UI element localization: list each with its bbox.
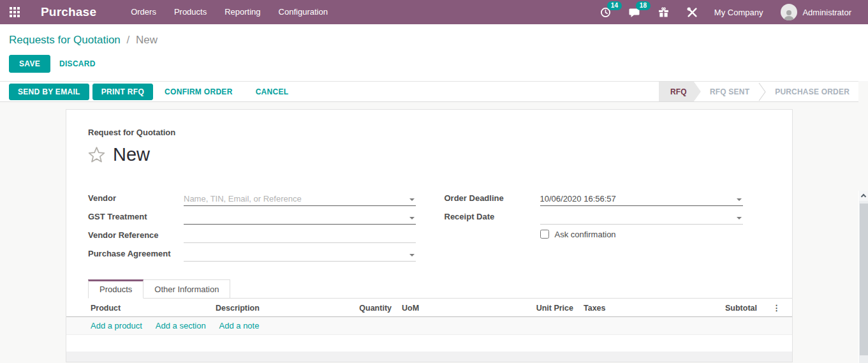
ask-confirmation-checkbox[interactable] [540, 230, 549, 239]
table-header-row: Product Description Quantity UoM Unit Pr… [66, 299, 793, 317]
messages-button[interactable]: 18 [629, 7, 640, 18]
vendor-label: Vendor [88, 193, 184, 206]
confirm-order-button[interactable]: CONFIRM ORDER [156, 84, 241, 100]
add-a-section-link[interactable]: Add a section [156, 321, 206, 330]
messages-count-badge: 18 [636, 1, 651, 10]
apps-grid-icon [10, 7, 20, 17]
app-title: Purchase [41, 5, 96, 19]
send-by-email-button[interactable]: SEND BY EMAIL [9, 84, 89, 100]
gst-treatment-input[interactable] [184, 211, 416, 224]
top-navbar: Purchase Orders Products Reporting Confi… [0, 0, 868, 24]
empty-line-row [66, 335, 792, 352]
gift-icon [658, 7, 669, 18]
discard-button[interactable]: DISCARD [50, 56, 105, 72]
column-unit-price[interactable]: Unit Price [513, 299, 576, 317]
user-menu[interactable]: Administrator [802, 8, 851, 17]
menu-products[interactable]: Products [165, 0, 216, 24]
activities-count-badge: 14 [607, 1, 622, 10]
stage-rfq-sent[interactable]: RFQ SENT [701, 82, 758, 101]
stage-chevron-icon [758, 82, 766, 101]
vertical-scrollbar[interactable] [858, 191, 868, 363]
purchase-agreement-input[interactable] [184, 248, 416, 261]
print-rfq-button[interactable]: PRINT RFQ [92, 84, 153, 100]
save-button[interactable]: SAVE [9, 55, 50, 73]
column-quantity[interactable]: Quantity [334, 299, 394, 317]
menu-configuration[interactable]: Configuration [270, 0, 337, 24]
activities-button[interactable]: 14 [600, 7, 611, 18]
ask-confirmation-label[interactable]: Ask confirmation [555, 230, 616, 239]
notebook-tabs: Products Other Information [88, 279, 793, 299]
record-name: New [113, 143, 150, 166]
dropdown-caret-icon[interactable] [737, 217, 742, 219]
apps-menu-button[interactable] [0, 0, 29, 24]
cancel-button[interactable]: CANCEL [247, 84, 297, 100]
column-uom[interactable]: UoM [394, 299, 513, 317]
chevron-up-icon [861, 194, 866, 199]
order-lines-table: Product Description Quantity UoM Unit Pr… [66, 299, 793, 317]
gst-treatment-label: GST Treatment [88, 212, 184, 225]
user-avatar[interactable] [781, 4, 797, 20]
purchase-agreement-label: Purchase Agreement [88, 249, 184, 262]
dropdown-caret-icon[interactable] [737, 198, 742, 201]
column-subtotal[interactable]: Subtotal [647, 299, 760, 317]
tab-other-information[interactable]: Other Information [143, 279, 230, 299]
add-a-note-link[interactable]: Add a note [219, 321, 260, 330]
support-tools-button[interactable] [687, 7, 698, 18]
dropdown-caret-icon[interactable] [409, 254, 415, 256]
form-action-bar: SEND BY EMAIL PRINT RFQ CONFIRM ORDER CA… [0, 81, 858, 102]
stage-purchase-order[interactable]: PURCHASE ORDER [766, 82, 858, 101]
receipt-date-input[interactable] [540, 211, 744, 224]
optional-columns-icon[interactable]: ⋮ [760, 299, 793, 317]
form-sheet: Request for Quotation New Vendor GST [66, 109, 793, 362]
tools-icon [687, 7, 698, 18]
column-taxes[interactable]: Taxes [576, 299, 647, 317]
document-type-label: Request for Quotation [88, 128, 743, 137]
empty-line-row [66, 352, 792, 362]
column-product[interactable]: Product [66, 299, 216, 317]
statusbar: RFQ RFQ SENT PURCHASE ORDER [659, 82, 858, 101]
menu-orders[interactable]: Orders [122, 0, 165, 24]
breadcrumb-separator: / [124, 34, 133, 46]
form-view: Request for Quotation New Vendor GST [0, 109, 868, 363]
company-switcher[interactable]: My Company [714, 8, 763, 17]
vendor-input[interactable] [184, 192, 416, 205]
tab-products[interactable]: Products [88, 279, 143, 299]
order-deadline-input[interactable] [540, 192, 744, 205]
add-line-row: Add a product Add a section Add a note [66, 317, 792, 335]
dropdown-caret-icon[interactable] [409, 217, 415, 219]
dropdown-caret-icon[interactable] [409, 198, 415, 201]
person-icon [783, 9, 795, 20]
field-group: Vendor GST Treatment Vendor Reference [66, 166, 792, 262]
stage-rfq[interactable]: RFQ [659, 82, 701, 101]
scrollbar-thumb[interactable] [860, 204, 868, 355]
scroll-up-button[interactable] [859, 191, 868, 201]
receipt-date-label: Receipt Date [445, 212, 540, 225]
rewards-button[interactable] [658, 7, 669, 18]
breadcrumb-parent-link[interactable]: Requests for Quotation [9, 34, 121, 46]
vendor-reference-label: Vendor Reference [88, 230, 184, 243]
breadcrumb: Requests for Quotation / New [9, 34, 858, 47]
menu-reporting[interactable]: Reporting [216, 0, 269, 24]
column-description[interactable]: Description [216, 299, 334, 317]
vendor-reference-input[interactable] [184, 229, 416, 242]
control-panel: Requests for Quotation / New SAVE DISCAR… [0, 24, 868, 81]
breadcrumb-current: New [136, 34, 158, 46]
favorite-star-icon[interactable] [88, 146, 105, 163]
order-deadline-label: Order Deadline [445, 193, 540, 206]
add-a-product-link[interactable]: Add a product [91, 321, 142, 330]
